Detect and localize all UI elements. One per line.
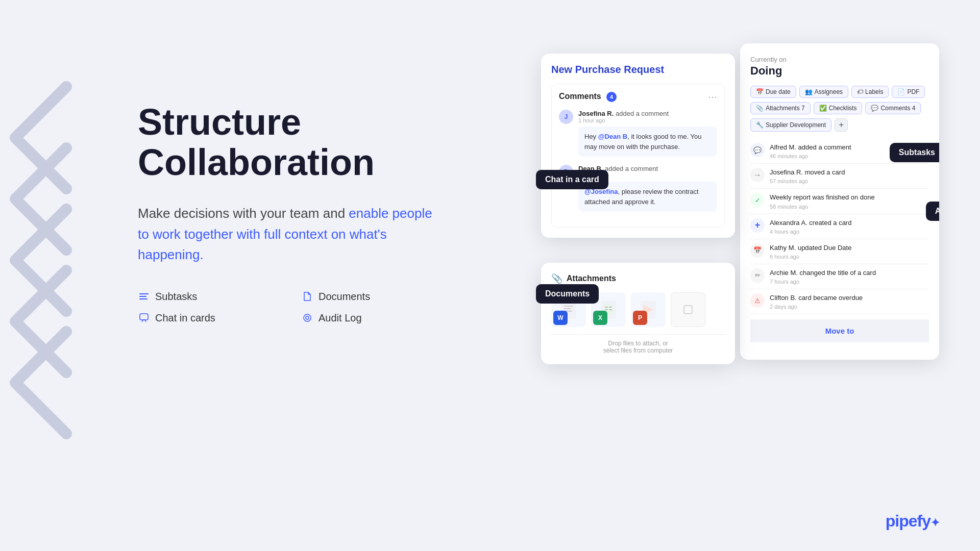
tag-labels[interactable]: 🏷 Labels: [851, 86, 889, 98]
description: Make decisions with your team and enable…: [138, 203, 434, 265]
activity-icon-4: +: [750, 218, 765, 233]
tag-pdf[interactable]: 📄 PDF: [892, 86, 925, 98]
comments-count: 4: [606, 92, 617, 102]
activity-text-6: Archie M. changed the title of a card 7 …: [770, 268, 929, 285]
feature-subtasks-label: Subtasks: [155, 291, 197, 303]
tag-due-date[interactable]: 📅 Due date: [750, 86, 796, 98]
chat-card-inner: Comments 4 ⋯ J Josefina R. added a comme…: [551, 84, 725, 228]
subtasks-icon: [138, 290, 150, 303]
tag-assignees-label: Assignees: [815, 88, 843, 95]
background-chevrons: [0, 46, 87, 505]
left-content: Structure Collaboration Make decisions w…: [138, 102, 434, 324]
activity-icon-5: 📅: [750, 243, 765, 258]
attachment-icon: 📎: [551, 273, 562, 284]
activity-desc-5: Kathy M. updated Due Date: [770, 243, 929, 253]
svg-rect-13: [609, 307, 612, 308]
tags-row-2: 📎 Attachments 7 ✅ Checklists 💬 Comments …: [750, 102, 929, 114]
activity-icon-2: →: [750, 168, 765, 182]
attachments-title: Attachments: [567, 274, 616, 283]
tags-row-3: 🔧 Supplier Development +: [750, 118, 929, 132]
comments-tag-icon: 💬: [871, 105, 878, 112]
svg-rect-1: [139, 296, 146, 297]
move-to-button[interactable]: Move to: [750, 319, 929, 342]
tag-comments[interactable]: 💬 Comments 4: [865, 102, 921, 114]
activity-log: 💬 Alfred M. added a comment 46 minutes a…: [750, 139, 929, 314]
tag-checklists-label: Checklists: [829, 105, 857, 112]
chat-card-title: New Purchase Request: [551, 64, 725, 76]
tooltip-documents: Documents: [536, 284, 599, 304]
pdf-icon: 📄: [897, 88, 905, 95]
comment-1-avatar: J: [559, 110, 573, 124]
tag-attachments-label: Attachments 7: [766, 105, 805, 112]
file-badge-ppt: P: [633, 311, 647, 325]
drop-zone-text: Drop files to attach, or select files fr…: [551, 334, 725, 354]
activity-text-3: Weekly report was finished on done 58 mi…: [770, 193, 929, 209]
activity-icon-7: ⚠: [750, 293, 765, 308]
feature-audit-log: Audit Log: [301, 312, 434, 324]
comments-header: Comments 4 ⋯: [559, 91, 717, 103]
comment-1-bubble: Hey @Dean B, it looks good to me. You ma…: [578, 127, 717, 157]
currently-on-label: Currently on: [750, 56, 929, 63]
attachments-header: 📎 Attachments: [551, 273, 725, 284]
feature-audit-label: Audit Log: [318, 312, 362, 324]
activity-item-7: ⚠ Clifton B. card became overdue 2 days …: [750, 289, 929, 314]
move-to-label: Move to: [825, 327, 854, 335]
comments-title: Comments: [559, 92, 601, 101]
activity-item-5: 📅 Kathy M. updated Due Date 6 hours ago: [750, 239, 929, 264]
activity-time-2: 57 minutes ago: [770, 178, 929, 184]
activity-time-5: 6 hours ago: [770, 254, 929, 260]
feature-documents-label: Documents: [318, 291, 370, 303]
tag-due-date-label: Due date: [766, 88, 791, 95]
activity-text-5: Kathy M. updated Due Date 6 hours ago: [770, 243, 929, 260]
svg-rect-15: [609, 309, 612, 310]
feature-grid: Subtasks Documents Chat in cards Audit L…: [138, 290, 434, 324]
tooltip-chat-in-card: Chat in a card: [536, 170, 608, 189]
activity-desc-4: Alexandra A. created a card: [770, 218, 929, 228]
tag-assignees[interactable]: 👥 Assignees: [799, 86, 848, 98]
add-tag-button[interactable]: +: [835, 118, 848, 132]
tag-supplier-label: Supplier Development: [766, 121, 826, 129]
comment-1: J Josefina R. added a comment 1 hour ago…: [559, 110, 717, 157]
svg-rect-0: [139, 293, 149, 294]
comment-1-author: Josefina R. added a comment 1 hour ago: [578, 110, 717, 123]
main-heading: Structure Collaboration: [138, 102, 434, 183]
activity-time-4: 4 hours ago: [770, 229, 929, 235]
activity-desc-7: Clifton B. card became overdue: [770, 293, 929, 303]
activity-desc-2: Josefina R. moved a card: [770, 168, 929, 177]
tag-checklists[interactable]: ✅ Checklists: [814, 102, 863, 114]
activity-time-3: 58 minutes ago: [770, 204, 929, 210]
activity-text-7: Clifton B. card became overdue 2 days ag…: [770, 293, 929, 310]
supplier-icon: 🔧: [756, 121, 764, 129]
activity-desc-3: Weekly report was finished on done: [770, 193, 929, 202]
task-panel: Currently on Doing 📅 Due date 👥 Assignee…: [740, 43, 939, 360]
tooltip-subtasks: Subtasks: [890, 143, 939, 162]
assignees-icon: 👥: [805, 88, 813, 95]
tag-pdf-label: PDF: [907, 88, 919, 95]
activity-time-7: 2 days ago: [770, 304, 929, 310]
dots-menu[interactable]: ⋯: [708, 91, 717, 103]
feature-subtasks: Subtasks: [138, 290, 271, 303]
pipefy-logo-mark: ✦: [930, 516, 939, 529]
tag-supplier[interactable]: 🔧 Supplier Development: [750, 118, 831, 132]
activity-text-4: Alexandra A. created a card 4 hours ago: [770, 218, 929, 235]
tooltip-audit-log: Audit-log: [926, 202, 939, 221]
labels-icon: 🏷: [857, 88, 863, 95]
activity-desc-6: Archie M. changed the title of a card: [770, 268, 929, 278]
status-title: Doing: [750, 64, 929, 78]
feature-chat-in-cards: Chat in cards: [138, 312, 271, 324]
tag-attachments[interactable]: 📎 Attachments 7: [750, 102, 811, 114]
activity-icon-1: 💬: [750, 143, 765, 157]
mention-dean: @Dean B: [598, 133, 627, 140]
chat-card: New Purchase Request Comments 4 ⋯ J Jose…: [541, 54, 735, 238]
audit-log-icon: [301, 312, 313, 324]
pipefy-logo: pipefy✦: [886, 512, 939, 531]
checklists-icon: ✅: [819, 105, 827, 112]
comment-1-time: 1 hour ago: [578, 117, 717, 123]
feature-documents: Documents: [301, 290, 434, 303]
svg-rect-3: [140, 314, 148, 320]
svg-point-5: [306, 316, 309, 319]
attach-tag-icon: 📎: [756, 105, 764, 112]
svg-rect-14: [605, 309, 608, 310]
svg-rect-12: [605, 307, 608, 308]
tag-labels-label: Labels: [865, 88, 883, 95]
